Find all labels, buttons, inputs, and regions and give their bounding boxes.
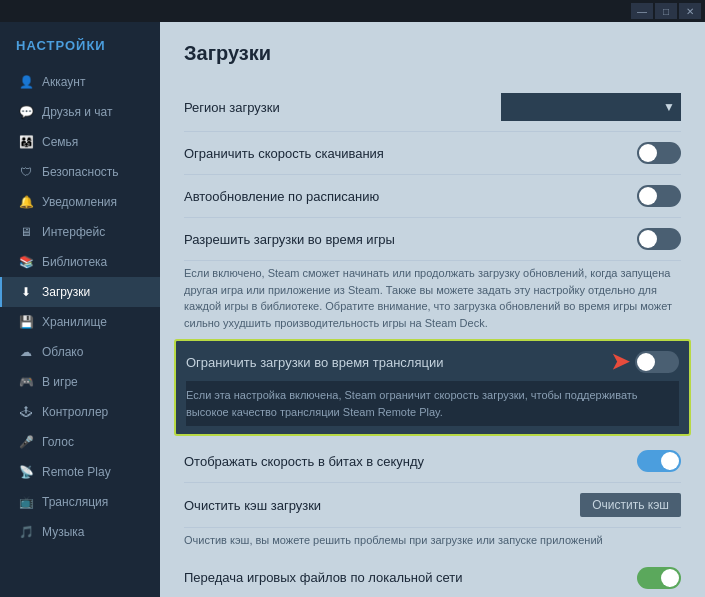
maximize-button[interactable]: □ [655,3,677,19]
setting-label-limit-broadcast: Ограничить загрузки во время трансляции [186,355,611,370]
sidebar-item-remoteplay[interactable]: 📡 Remote Play [0,457,160,487]
download-icon: ⬇ [18,284,34,300]
shield-icon: 🛡 [18,164,34,180]
setting-desc-allow-during-game: Если включено, Steam сможет начинать или… [184,265,681,331]
sidebar-item-security[interactable]: 🛡 Безопасность [0,157,160,187]
chat-icon: 💬 [18,104,34,120]
toggle-track [637,185,681,207]
setting-label-lan-transfer: Передача игровых файлов по локальной сет… [184,570,637,585]
sidebar-item-label: Друзья и чат [42,105,112,119]
download-region-dropdown[interactable] [501,93,681,121]
storage-icon: 💾 [18,314,34,330]
sidebar-item-ingame[interactable]: 🎮 В игре [0,367,160,397]
setting-label-display-bitrate: Отображать скорость в битах в секунду [184,454,637,469]
sidebar-item-label: Уведомления [42,195,117,209]
arrow-right-icon: ➤ [611,349,629,375]
limit-broadcast-toggle[interactable] [635,351,679,373]
sidebar-item-family[interactable]: 👨‍👩‍👧 Семья [0,127,160,157]
title-bar: — □ ✕ [0,0,705,22]
toggle-track [635,351,679,373]
sidebar-item-interface[interactable]: 🖥 Интерфейс [0,217,160,247]
toggle-track [637,228,681,250]
close-button[interactable]: ✕ [679,3,701,19]
setting-limit-broadcast-block: Ограничить загрузки во время трансляции … [174,339,691,436]
sidebar-item-label: Интерфейс [42,225,105,239]
display-icon: 🖥 [18,224,34,240]
mic-icon: 🎤 [18,434,34,450]
sidebar-item-label: Безопасность [42,165,119,179]
setting-label-clear-cache: Очистить кэш загрузки [184,498,580,513]
gamepad-icon: 🎮 [18,374,34,390]
person-icon: 👤 [18,74,34,90]
page-title: Загрузки [184,42,681,65]
sidebar-item-label: В игре [42,375,78,389]
family-icon: 👨‍👩‍👧 [18,134,34,150]
sidebar-item-controller[interactable]: 🕹 Контроллер [0,397,160,427]
setting-allow-during-game: Разрешить загрузки во время игры [184,218,681,261]
sidebar-item-label: Библиотека [42,255,107,269]
setting-label-allow-during-game: Разрешить загрузки во время игры [184,232,637,247]
content-area: Загрузки Регион загрузки ▼ Ограничить ск… [160,22,705,597]
limit-speed-toggle[interactable] [637,142,681,164]
sidebar-item-friends[interactable]: 💬 Друзья и чат [0,97,160,127]
display-bitrate-toggle[interactable] [637,450,681,472]
sidebar-item-label: Remote Play [42,465,111,479]
sidebar-item-label: Голос [42,435,74,449]
sidebar-item-label: Контроллер [42,405,108,419]
sidebar-item-music[interactable]: 🎵 Музыка [0,517,160,547]
sidebar-item-voice[interactable]: 🎤 Голос [0,427,160,457]
setting-lan-transfer-block: Передача игровых файлов по локальной сет… [184,557,681,598]
toggle-thumb [639,187,657,205]
toggle-thumb [639,230,657,248]
setting-label-limit-speed: Ограничить скорость скачивания [184,146,637,161]
download-region-dropdown-wrap: ▼ [501,93,681,121]
sidebar-item-label: Трансляция [42,495,108,509]
lan-transfer-toggle[interactable] [637,567,681,589]
bell-icon: 🔔 [18,194,34,210]
sidebar-item-downloads[interactable]: ⬇ Загрузки [0,277,160,307]
setting-download-region: Регион загрузки ▼ [184,83,681,132]
toggle-track [637,450,681,472]
sidebar-item-label: Музыка [42,525,84,539]
setting-label-download-region: Регион загрузки [184,100,501,115]
app-body: НАСТРОЙКИ 👤 Аккаунт 💬 Друзья и чат 👨‍👩‍👧… [0,22,705,597]
toggle-thumb [637,353,655,371]
setting-autoupdate: Автообновление по расписанию [184,175,681,218]
toggle-thumb [661,452,679,470]
toggle-track [637,567,681,589]
sidebar-item-notifications[interactable]: 🔔 Уведомления [0,187,160,217]
setting-clear-cache-block: Очистить кэш загрузки Очистить кэш Очист… [184,483,681,549]
remoteplay-icon: 📡 [18,464,34,480]
clear-cache-button[interactable]: Очистить кэш [580,493,681,517]
sidebar-item-storage[interactable]: 💾 Хранилище [0,307,160,337]
setting-clear-cache-row: Очистить кэш загрузки Очистить кэш [184,483,681,528]
broadcast-icon: 📺 [18,494,34,510]
sidebar-item-label: Аккаунт [42,75,85,89]
library-icon: 📚 [18,254,34,270]
autoupdate-toggle[interactable] [637,185,681,207]
sidebar-item-label: Семья [42,135,78,149]
setting-desc-limit-broadcast: Если эта настройка включена, Steam огран… [186,381,679,426]
sidebar-item-cloud[interactable]: ☁ Облако [0,337,160,367]
sidebar-item-label: Облако [42,345,83,359]
setting-allow-during-game-block: Разрешить загрузки во время игры Если вк… [184,218,681,331]
music-icon: 🎵 [18,524,34,540]
minimize-button[interactable]: — [631,3,653,19]
allow-during-game-toggle[interactable] [637,228,681,250]
sidebar: НАСТРОЙКИ 👤 Аккаунт 💬 Друзья и чат 👨‍👩‍👧… [0,22,160,597]
setting-lan-transfer-row: Передача игровых файлов по локальной сет… [184,557,681,598]
sidebar-item-broadcast[interactable]: 📺 Трансляция [0,487,160,517]
toggle-thumb [661,569,679,587]
controller-icon: 🕹 [18,404,34,420]
setting-label-autoupdate: Автообновление по расписанию [184,189,637,204]
setting-desc-clear-cache: Очистив кэш, вы можете решить проблемы п… [184,532,681,549]
sidebar-item-label: Загрузки [42,285,90,299]
toggle-thumb [639,144,657,162]
setting-display-bitrate: Отображать скорость в битах в секунду [184,440,681,483]
sidebar-item-account[interactable]: 👤 Аккаунт [0,67,160,97]
toggle-track [637,142,681,164]
sidebar-item-library[interactable]: 📚 Библиотека [0,247,160,277]
setting-limit-speed: Ограничить скорость скачивания [184,132,681,175]
toggle-with-arrow: ➤ [611,349,679,375]
setting-limit-broadcast-row: Ограничить загрузки во время трансляции … [186,349,679,375]
